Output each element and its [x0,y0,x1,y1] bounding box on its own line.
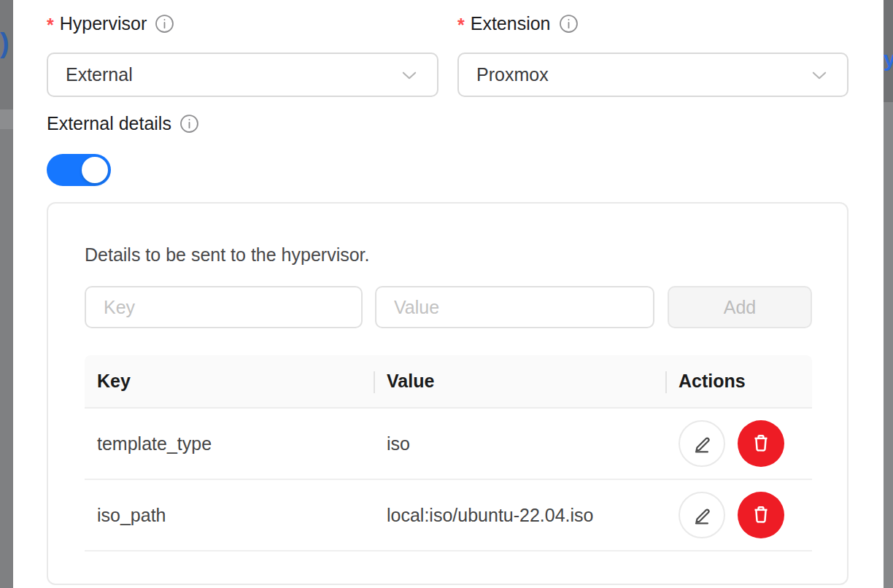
key-input[interactable] [85,286,363,328]
row-actions-cell [665,492,812,538]
trash-icon [750,503,772,527]
extension-label: * Extension [457,13,579,34]
edit-pencil-icon [690,431,714,457]
card-description: Details to be sent to the hypervisor. [85,244,370,266]
value-input[interactable] [375,286,654,328]
details-table: Key Value Actions template_type iso [85,355,812,552]
dimmed-background-right: ys [884,0,893,588]
row-key-cell: template_type [85,433,374,454]
background-cut-text-left: ) [0,28,9,59]
required-marker: * [457,15,465,36]
info-icon[interactable] [559,14,579,34]
table-row: template_type iso [85,409,812,480]
info-icon[interactable] [179,114,199,134]
header-separator [665,371,667,393]
row-actions-cell [665,420,812,467]
header-key: Key [85,371,374,392]
edit-row-button[interactable] [679,420,725,467]
extension-label-text: Extension [471,13,551,34]
hypervisor-label-text: Hypervisor [60,13,147,34]
background-cut-text-right: ys [884,47,893,71]
hypervisor-details-card: Details to be sent to the hypervisor. Ad… [47,202,848,585]
delete-row-button[interactable] [738,420,784,467]
header-separator [374,371,375,393]
extension-select[interactable]: Proxmox [457,53,848,97]
toggle-knob [82,157,108,183]
required-marker: * [47,15,54,36]
external-details-label: External details [47,113,199,134]
dimmed-background-left: ) [0,0,13,588]
delete-row-button[interactable] [738,492,784,538]
external-details-toggle[interactable] [47,154,111,186]
row-key-cell: iso_path [85,505,374,526]
chevron-down-icon [809,65,830,85]
trash-icon [750,432,772,456]
row-value-cell: iso [374,433,665,454]
modal-page: ) ys * Hypervisor * Extension [0,0,893,588]
edit-row-button[interactable] [679,492,725,538]
add-button[interactable]: Add [668,286,812,328]
chevron-down-icon [399,65,420,85]
edit-pencil-icon [690,503,714,528]
header-value: Value [374,371,665,392]
info-icon[interactable] [155,14,174,34]
table-row: iso_path local:iso/ubuntu-22.04.iso [85,480,812,552]
hypervisor-select[interactable]: External [47,53,438,97]
row-value-cell: local:iso/ubuntu-22.04.iso [374,505,665,526]
header-actions: Actions [665,371,812,392]
extension-select-value: Proxmox [476,64,809,85]
hypervisor-label: * Hypervisor [47,13,174,34]
external-details-label-text: External details [47,113,171,134]
form-modal: * Hypervisor * Extension [13,0,884,588]
table-header-row: Key Value Actions [85,355,812,409]
hypervisor-select-value: External [66,64,399,85]
